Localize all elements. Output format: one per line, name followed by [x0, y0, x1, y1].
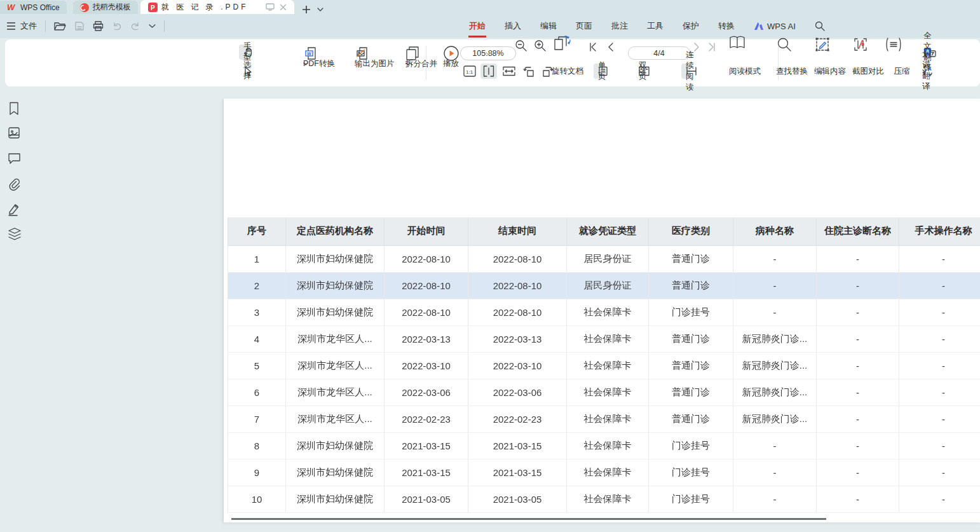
table-cell: 深圳市妇幼保健院: [286, 486, 385, 512]
table-cell: -: [817, 245, 899, 272]
menu-convert[interactable]: 转换: [718, 20, 735, 32]
comment-icon[interactable]: [8, 153, 21, 165]
tab-wps-office[interactable]: W WPS Office: [0, 1, 67, 14]
table-cell: 深圳市龙华区人...: [286, 352, 385, 379]
play-button[interactable]: 播放: [428, 43, 458, 64]
table-cell: 深圳市妇幼保健院: [286, 245, 385, 272]
tab-document-active[interactable]: P 就 医 记 录 .PDF: [140, 0, 294, 14]
undo-icon[interactable]: [112, 22, 122, 31]
close-tab-icon[interactable]: [280, 4, 287, 11]
table-cell: 2021-03-15: [468, 459, 567, 486]
svg-text:W: W: [7, 3, 16, 11]
single-page-button[interactable]: 单页: [594, 64, 602, 79]
medical-records-table: 序号定点医药机构名称开始时间结束时间就诊凭证类型医疗类别病种名称住院主诊断名称手…: [228, 217, 980, 513]
new-tab-plus-icon[interactable]: [302, 5, 311, 14]
table-cell: -: [817, 299, 899, 325]
table-cell: 2022-02-23: [385, 406, 468, 432]
zoom-level-select[interactable]: 105.88%: [460, 46, 516, 60]
table-cell: 2022-03-13: [385, 325, 468, 352]
actual-size-button[interactable]: 1:1: [461, 64, 478, 79]
monitor-icon[interactable]: [266, 3, 275, 11]
quickbar-chevron-icon[interactable]: [149, 24, 156, 28]
column-header: 病种名称: [733, 217, 817, 245]
compress-label[interactable]: 压缩: [885, 66, 919, 77]
menu-search-icon[interactable]: [815, 21, 825, 31]
file-menu[interactable]: 文件: [20, 20, 37, 32]
fit-width-button[interactable]: [501, 64, 517, 79]
split-merge-button[interactable]: 拆分合并: [381, 43, 430, 64]
menu-insert[interactable]: 插入: [505, 20, 521, 32]
find-replace-label[interactable]: 查找替换: [771, 66, 813, 77]
hamburger-icon[interactable]: [6, 22, 16, 30]
word-translate-button[interactable]: Ax 划词翻译: [918, 63, 927, 78]
rotate-document-label[interactable]: 旋转文档: [550, 66, 585, 77]
table-row: 7深圳市龙华区人...2022-02-232022-02-23社会保障卡普通门诊…: [228, 406, 980, 432]
table-cell: 2022-08-10: [385, 272, 468, 299]
export-image-button[interactable]: 输出为图片: [328, 43, 381, 64]
table-cell: 新冠肺炎门诊...: [733, 406, 817, 432]
edit-content-label[interactable]: 编辑内容: [809, 66, 851, 77]
actual-size-icon: 1:1: [463, 65, 476, 77]
table-cell: -: [733, 459, 817, 486]
last-page-icon: [707, 42, 717, 52]
continuous-read-button[interactable]: 连续阅读: [681, 64, 690, 79]
table-cell: 7: [228, 406, 286, 432]
screenshot-compare-label[interactable]: 截图对比: [847, 66, 889, 77]
table-cell: 社会保障卡: [567, 432, 649, 459]
table-cell: -: [817, 352, 899, 379]
double-page-button[interactable]: 双页: [634, 64, 643, 79]
layers-icon[interactable]: [8, 228, 22, 240]
table-cell: -: [817, 432, 899, 459]
fit-page-button[interactable]: [480, 64, 497, 79]
thumbnail-icon[interactable]: [8, 126, 20, 139]
column-header: 手术操作名称: [899, 217, 980, 245]
divider: [164, 20, 165, 32]
bookmark-icon[interactable]: [8, 102, 20, 116]
table-row: 3深圳市妇幼保健院2022-08-102022-08-10社会保障卡门诊挂号--…: [228, 299, 980, 325]
rotate-left-button[interactable]: [521, 64, 538, 79]
first-page-icon: [588, 42, 598, 52]
table-cell: 4: [228, 325, 286, 352]
table-cell: -: [817, 406, 899, 432]
table-cell: 2022-02-23: [468, 406, 567, 432]
table-cell: 门诊挂号: [649, 432, 733, 459]
redo-icon[interactable]: [130, 22, 140, 31]
table-row: 9深圳市妇幼保健院2021-03-152021-03-15社会保障卡门诊挂号--…: [228, 459, 980, 486]
attachment-icon[interactable]: [8, 178, 21, 191]
table-cell: 门诊挂号: [649, 486, 733, 512]
menu-protect[interactable]: 保护: [683, 20, 699, 32]
save-icon[interactable]: [74, 21, 85, 31]
read-mode-label[interactable]: 阅读模式: [727, 66, 763, 77]
tab-list-chevron-icon[interactable]: [317, 8, 323, 11]
svg-text:P: P: [151, 4, 155, 11]
table-row: 2深圳市妇幼保健院2022-08-102022-08-10居民身份证普通门诊--…: [228, 272, 980, 299]
select-tool-button[interactable]: 选择: [239, 63, 248, 78]
print-icon[interactable]: [93, 21, 104, 31]
table-cell: 社会保障卡: [567, 299, 649, 325]
table-cell: 普通门诊: [649, 379, 733, 406]
table-cell: -: [817, 459, 899, 486]
rotate-pages-icon: [551, 34, 573, 52]
table-cell: 2022-08-10: [468, 272, 567, 299]
signature-icon[interactable]: [8, 203, 22, 216]
hand-tool-button[interactable]: 手型: [239, 44, 248, 60]
menu-wps-ai[interactable]: WPS AI: [754, 22, 796, 31]
table-cell: 社会保障卡: [567, 352, 649, 379]
menu-edit[interactable]: 编辑: [540, 20, 557, 32]
table-row: 1深圳市妇幼保健院2022-08-102022-08-10居民身份证普通门诊--…: [228, 245, 980, 272]
table-cell: 普通门诊: [649, 352, 733, 379]
pdf-page[interactable]: 序号定点医药机构名称开始时间结束时间就诊凭证类型医疗类别病种名称住院主诊断名称手…: [224, 99, 980, 522]
table-cell: 深圳市龙华区人...: [286, 325, 385, 352]
tab-docer-templates[interactable]: 找稻壳模板: [73, 1, 138, 14]
menu-page[interactable]: 页面: [576, 20, 592, 32]
menu-annotate[interactable]: 批注: [611, 20, 628, 32]
pdf-convert-button[interactable]: W PDF转换: [278, 43, 328, 64]
table-cell: 深圳市妇幼保健院: [286, 272, 385, 299]
open-folder-icon[interactable]: [54, 22, 66, 31]
page-number-input[interactable]: 4/4: [628, 46, 690, 60]
menu-tools[interactable]: 工具: [647, 20, 664, 32]
table-bottom-border: [231, 518, 826, 520]
menu-home[interactable]: 开始: [469, 20, 486, 32]
table-cell: 3: [228, 299, 286, 325]
table-cell: 社会保障卡: [567, 325, 649, 352]
